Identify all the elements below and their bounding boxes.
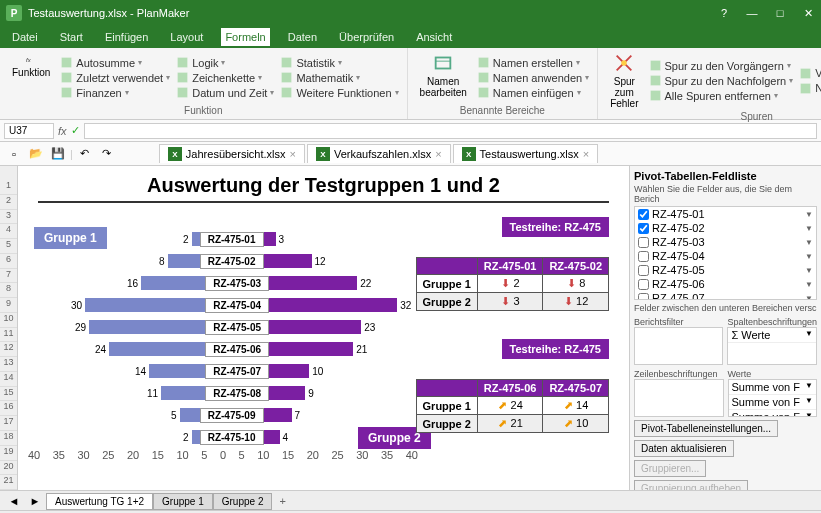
menu-überprüfen[interactable]: Überprüfen	[335, 28, 398, 46]
ungroup-button[interactable]: Gruppierung aufheben	[634, 480, 748, 490]
sheet-tab[interactable]: Gruppe 2	[213, 493, 273, 510]
svg-rect-17	[650, 76, 660, 86]
data-table-1: RZ-475-01RZ-475-02Gruppe 1⬇ 2⬇ 8Gruppe 2…	[416, 257, 609, 311]
tab-nav-next[interactable]: ►	[25, 492, 45, 510]
close-tab-icon[interactable]: ×	[583, 148, 589, 160]
add-sheet-button[interactable]: +	[273, 493, 291, 509]
group-button[interactable]: Gruppieren...	[634, 460, 706, 477]
svg-rect-18	[650, 91, 660, 101]
svg-rect-19	[801, 68, 811, 78]
ribbon-item[interactable]: Vorheriger Fehler▾	[799, 67, 821, 80]
field-item[interactable]: RZ-475-05▼	[635, 263, 816, 277]
svg-rect-2	[62, 73, 72, 83]
spreadsheet-icon: X	[316, 147, 330, 161]
pivot-settings-button[interactable]: Pivot-Tabelleneinstellungen...	[634, 420, 778, 437]
pivot-panel: Pivot-Tabellen-Feldliste Wählen Sie die …	[629, 166, 821, 490]
ribbon-item[interactable]: Weitere Funktionen▾	[280, 86, 398, 99]
ribbon-item[interactable]: Logik▾	[176, 56, 274, 69]
menu-formeln[interactable]: Formeln	[221, 28, 269, 46]
formula-input[interactable]	[84, 123, 817, 139]
svg-rect-4	[178, 58, 188, 68]
menu-datei[interactable]: Datei	[8, 28, 42, 46]
ribbon-item[interactable]: Statistik▾	[280, 56, 398, 69]
titlebar: P Testauswertung.xlsx - PlanMaker ? — □ …	[0, 0, 821, 26]
sheet-tab[interactable]: Auswertung TG 1+2	[46, 493, 153, 510]
minimize-icon[interactable]: —	[745, 7, 759, 19]
function-button[interactable]: fx Funktion	[8, 50, 54, 105]
filter-area[interactable]	[634, 327, 723, 365]
menu-ansicht[interactable]: Ansicht	[412, 28, 456, 46]
ribbon-item[interactable]: Finanzen▾	[60, 86, 170, 99]
close-icon[interactable]: ✕	[801, 7, 815, 20]
svg-rect-8	[282, 73, 292, 83]
ribbon-item[interactable]: Autosumme▾	[60, 56, 170, 69]
ribbon-item[interactable]: Spur zu den Nachfolgern▾	[649, 74, 794, 87]
names-edit-button[interactable]: Namen bearbeiten	[416, 50, 471, 105]
tab-nav-prev[interactable]: ◄	[4, 492, 24, 510]
field-item[interactable]: RZ-475-01▼	[635, 207, 816, 221]
field-item[interactable]: RZ-475-03▼	[635, 235, 816, 249]
menu-daten[interactable]: Daten	[284, 28, 321, 46]
maximize-icon[interactable]: □	[773, 7, 787, 19]
ribbon-item[interactable]: Alle Spuren entfernen▾	[649, 89, 794, 102]
ribbon-item[interactable]: Zeichenkette▾	[176, 71, 274, 84]
refresh-data-button[interactable]: Daten aktualisieren	[634, 440, 734, 457]
panel-title: Pivot-Tabellen-Feldliste	[634, 170, 817, 182]
fx-icon[interactable]: fx	[58, 125, 67, 137]
ribbon-item[interactable]: Namen einfügen▾	[477, 86, 589, 99]
file-tab[interactable]: XTestauswertung.xlsx×	[453, 144, 598, 163]
sheet-tab[interactable]: Gruppe 1	[153, 493, 213, 510]
svg-rect-7	[282, 58, 292, 68]
cell-reference-input[interactable]	[4, 123, 54, 139]
formula-bar: fx ✓	[0, 120, 821, 142]
rows-area[interactable]	[634, 379, 724, 417]
undo-icon[interactable]: ↶	[75, 145, 95, 163]
spreadsheet-icon: X	[462, 147, 476, 161]
svg-point-15	[622, 60, 628, 66]
testreihe-label-2: Testreihe: RZ-475	[502, 339, 610, 359]
ribbon-item[interactable]: Spur zu den Vorgängern▾	[649, 59, 794, 72]
worksheet[interactable]: Auswertung der Testgruppen 1 und 2 Grupp…	[18, 166, 629, 490]
ribbon-item[interactable]: Mathematik▾	[280, 71, 398, 84]
ribbon-item[interactable]: Namen erstellen▾	[477, 56, 589, 69]
menubar: DateiStartEinfügenLayoutFormelnDatenÜber…	[0, 26, 821, 48]
testreihe-label-1: Testreihe: RZ-475	[502, 217, 610, 237]
svg-rect-20	[801, 83, 811, 93]
accept-icon[interactable]: ✓	[71, 124, 80, 137]
field-item[interactable]: RZ-475-02▼	[635, 221, 816, 235]
trace-error-button[interactable]: Spur zum Fehler	[606, 50, 642, 111]
ribbon-item[interactable]: Nächster Fehler▾	[799, 82, 821, 95]
ribbon: fx Funktion Autosumme▾Zuletzt verwendet▾…	[0, 48, 821, 120]
ribbon-item[interactable]: Namen anwenden▾	[477, 71, 589, 84]
columns-area[interactable]: Σ Werte▼	[727, 327, 817, 365]
window-title: Testauswertung.xlsx - PlanMaker	[28, 7, 717, 19]
close-tab-icon[interactable]: ×	[435, 148, 441, 160]
ribbon-item[interactable]: Zuletzt verwendet▾	[60, 71, 170, 84]
values-area[interactable]: Summe von F▼Summe von F▼Summe von F▼	[728, 379, 818, 417]
svg-rect-16	[650, 61, 660, 71]
menu-layout[interactable]: Layout	[166, 28, 207, 46]
svg-text:fx: fx	[26, 57, 32, 63]
menu-start[interactable]: Start	[56, 28, 87, 46]
svg-rect-9	[282, 88, 292, 98]
svg-rect-10	[436, 58, 451, 69]
help-icon[interactable]: ?	[717, 7, 731, 19]
close-tab-icon[interactable]: ×	[290, 148, 296, 160]
svg-rect-6	[178, 88, 188, 98]
redo-icon[interactable]: ↷	[97, 145, 117, 163]
svg-rect-1	[62, 58, 72, 68]
field-item[interactable]: RZ-475-06▼	[635, 277, 816, 291]
field-item[interactable]: RZ-475-07▼	[635, 291, 816, 300]
file-tab[interactable]: XJahresübersicht.xlsx×	[159, 144, 305, 163]
svg-rect-5	[178, 73, 188, 83]
open-icon[interactable]: 📂	[26, 145, 46, 163]
file-tab[interactable]: XVerkaufszahlen.xlsx×	[307, 144, 451, 163]
field-item[interactable]: RZ-475-04▼	[635, 249, 816, 263]
svg-rect-3	[62, 88, 72, 98]
save-icon[interactable]: 💾	[48, 145, 68, 163]
menu-einfügen[interactable]: Einfügen	[101, 28, 152, 46]
ribbon-group-label: Funktion	[8, 105, 399, 117]
new-icon[interactable]: ▫	[4, 145, 24, 163]
field-list[interactable]: RZ-475-01▼RZ-475-02▼RZ-475-03▼RZ-475-04▼…	[634, 206, 817, 300]
ribbon-item[interactable]: Datum und Zeit▾	[176, 86, 274, 99]
